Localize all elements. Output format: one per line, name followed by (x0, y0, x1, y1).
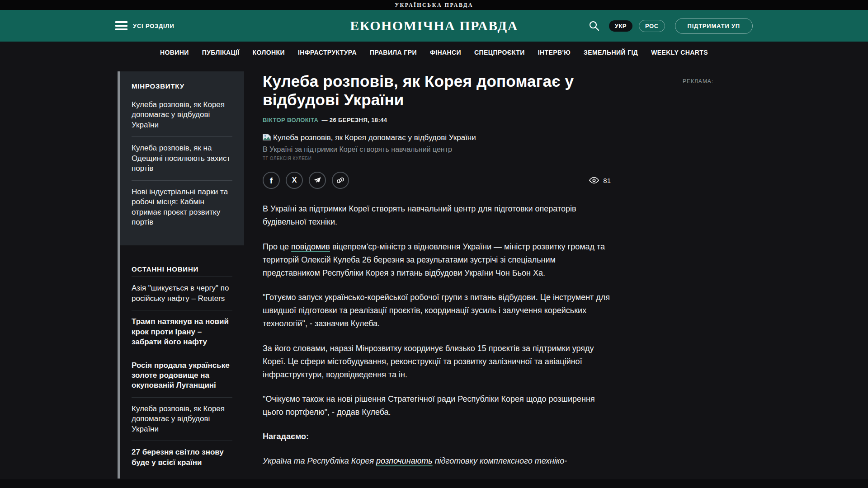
author-link[interactable]: ВІКТОР ВОЛОКІТА (263, 117, 318, 123)
paragraph-text: підготовку комплексного техніко- (433, 456, 567, 465)
paragraph: Про це повідомив віцепрем'єр-міністр з в… (263, 240, 611, 280)
paragraph: "Готуємо запуск українсько-корейської ро… (263, 291, 611, 330)
sidebar-topic-title: МІНРОЗВИТКУ (132, 82, 232, 90)
image-caption-block: В Україні за підтримки Кореї створять на… (263, 145, 611, 161)
ad-label: РЕКЛАМА: (683, 78, 713, 84)
paragraph: Україна та Республіка Корея розпочинають… (263, 455, 611, 468)
site-header: УСІ РОЗДІЛИ ЕКОНОМІЧНА ПРАВДА УКР РОС ПІ… (0, 10, 868, 42)
image-alt-text: Кулеба розповів, як Корея допомагає у ві… (273, 133, 476, 142)
article-figure: Кулеба розповів, як Корея допомагає у ві… (263, 133, 611, 161)
main-nav: НОВИНИ ПУБЛІКАЦІЇ КОЛОНКИ ІНФРАСТРУКТУРА… (0, 42, 868, 63)
x-twitter-icon: X (292, 177, 297, 184)
view-counter: 81 (589, 177, 611, 184)
link-icon (336, 176, 344, 184)
ad-rail: РЕКЛАМА: (629, 71, 750, 85)
list-item[interactable]: Нові індустріальні парки та робочі місця… (132, 180, 232, 234)
list-item[interactable]: Кулеба розповів, як Корея допомагає у ві… (132, 397, 232, 441)
sidebar-topic-card: МІНРОЗВИТКУ Кулеба розповів, як Корея до… (120, 71, 244, 245)
article-title: Кулеба розповів, як Корея допомагає у ві… (263, 72, 611, 109)
nav-item-weekly-charts[interactable]: WEEKLY CHARTS (651, 49, 708, 56)
broken-image-icon (263, 134, 271, 141)
share-telegram-button[interactable] (309, 172, 326, 189)
paragraph-text: Про це (263, 242, 291, 251)
support-up-button[interactable]: ПІДТРИМАТИ УП (675, 18, 753, 34)
nav-item-publikatsii[interactable]: ПУБЛІКАЦІЇ (202, 49, 240, 56)
search-button[interactable] (588, 20, 600, 32)
paragraph-text: Україна та Республіка Корея (263, 456, 376, 465)
list-item[interactable]: Трамп натякнув на новий крок проти Ірану… (132, 310, 232, 353)
nav-item-spetsproekty[interactable]: СПЕЦПРОЄКТИ (474, 49, 525, 56)
copy-link-button[interactable] (332, 172, 349, 189)
nav-item-zemelnyi-hid[interactable]: ЗЕМЕЛЬНИЙ ГІД (584, 49, 638, 56)
lang-toggle-ukr[interactable]: УКР (609, 20, 632, 32)
nav-item-interviu[interactable]: ІНТЕРВ'Ю (538, 49, 571, 56)
page: { "top_bar": { "brand": "УКРАЇНСЬКА ПРАВ… (0, 0, 868, 488)
sidebar-latest-news: ОСТАННІ НОВИНИ Азія "шикується в чергу" … (120, 265, 244, 479)
paragraph: "Очікуємо також на нові рішення Стратегі… (263, 393, 611, 419)
all-sections-menu-button[interactable]: УСІ РОЗДІЛИ (115, 21, 175, 30)
inline-link[interactable]: повідомив (291, 242, 330, 251)
telegram-icon (313, 176, 321, 184)
inline-link[interactable]: розпочинають (376, 456, 433, 465)
view-count: 81 (603, 177, 611, 184)
sidebar-topic-list: Кулеба розповів, як Корея допомагає у ві… (132, 94, 232, 234)
ukrainska-pravda-logo[interactable]: УКРАЇНСЬКА ПРАВДА (395, 2, 473, 9)
header-right-cluster: УКР РОС ПІДТРИМАТИ УП (588, 18, 753, 34)
nav-item-pravyla-hry[interactable]: ПРАВИЛА ГРИ (370, 49, 417, 56)
nav-item-infrastruktura[interactable]: ІНФРАСТРУКТУРА (298, 49, 357, 56)
share-row: f X (263, 172, 611, 189)
publish-date: — 26 БЕРЕЗНЯ, 18:44 (321, 117, 387, 123)
article-body: В Україні за підтримки Кореї створять на… (263, 202, 611, 468)
article-byline: ВІКТОР ВОЛОКІТА — 26 БЕРЕЗНЯ, 18:44 (263, 117, 611, 123)
eye-icon (589, 177, 599, 184)
share-facebook-button[interactable]: f (263, 172, 280, 189)
nav-item-kolonky[interactable]: КОЛОНКИ (253, 49, 285, 56)
list-item[interactable]: 27 березня світло знову буде у всієї кра… (132, 441, 232, 474)
broken-image-placeholder: Кулеба розповів, як Корея допомагає у ві… (263, 133, 611, 142)
ekonomichna-pravda-logo[interactable]: ЕКОНОМІЧНА ПРАВДА (350, 18, 518, 33)
sidebar: МІНРОЗВИТКУ Кулеба розповів, як Корея до… (118, 71, 244, 479)
hamburger-icon (115, 21, 127, 30)
search-icon (588, 20, 600, 32)
paragraph-remind: Нагадаємо: (263, 430, 611, 443)
sidebar-latest-title: ОСТАННІ НОВИНИ (132, 265, 232, 273)
article: Кулеба розповів, як Корея допомагає у ві… (263, 71, 611, 479)
sidebar-latest-list: Азія "шикується в чергу" по російську на… (132, 277, 232, 474)
image-credit: ТГ ОЛЕКСІЯ КУЛЕБИ (263, 156, 611, 161)
list-item[interactable]: Росія продала українське золоте родовище… (132, 354, 232, 397)
list-item[interactable]: Кулеба розповів, як Корея допомагає у ві… (132, 94, 232, 136)
footer-band (0, 479, 868, 488)
image-caption: В Україні за підтримки Кореї створять на… (263, 145, 611, 154)
paragraph: В Україні за підтримки Кореї створять на… (263, 202, 611, 229)
paragraph: За його словами, наразі Мінрозвитку коор… (263, 342, 611, 381)
list-item[interactable]: Кулеба розповів, як на Одещині посилюють… (132, 136, 232, 180)
top-bar: УКРАЇНСЬКА ПРАВДА (0, 0, 868, 10)
nav-item-novyny[interactable]: НОВИНИ (160, 49, 189, 56)
list-item[interactable]: Азія "шикується в чергу" по російську на… (132, 277, 232, 310)
content-container: МІНРОЗВИТКУ Кулеба розповів, як Корея до… (118, 63, 750, 479)
nav-item-finansy[interactable]: ФІНАНСИ (430, 49, 461, 56)
lang-toggle-ros[interactable]: РОС (639, 20, 665, 32)
menu-label: УСІ РОЗДІЛИ (133, 23, 175, 29)
share-x-button[interactable]: X (286, 172, 303, 189)
facebook-icon: f (270, 176, 273, 185)
